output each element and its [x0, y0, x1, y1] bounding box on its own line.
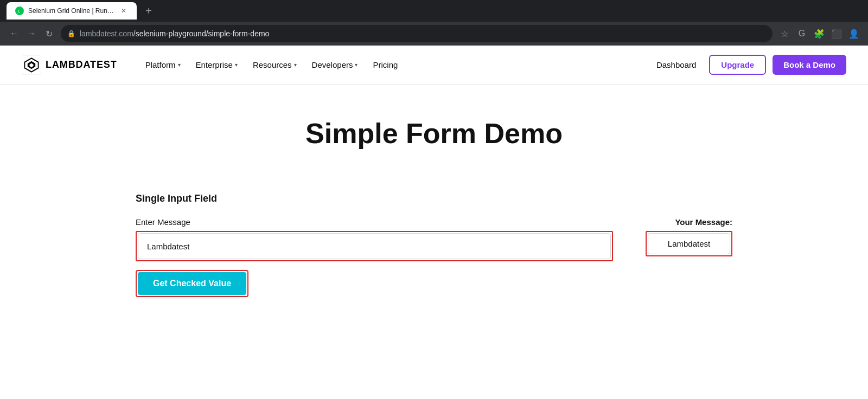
- address-bar-row: ← → ↻ 🔒 lambdatest.com/selenium-playgrou…: [0, 22, 868, 46]
- nav-links: Platform ▾ Enterprise ▾ Resources ▾ Deve…: [139, 56, 650, 74]
- dashboard-link[interactable]: Dashboard: [650, 56, 703, 74]
- bookmark-button[interactable]: ☆: [777, 26, 792, 41]
- get-value-btn-wrapper: Get Checked Value: [136, 270, 248, 297]
- page-title: Simple Form Demo: [22, 117, 846, 150]
- main-content: Simple Form Demo Single Input Field Ente…: [0, 85, 868, 330]
- svg-text:L: L: [18, 9, 21, 14]
- input-label: Enter Message: [136, 217, 613, 227]
- input-wrapper: [136, 231, 613, 261]
- nav-item-enterprise[interactable]: Enterprise ▾: [189, 56, 244, 74]
- nav-item-platform[interactable]: Platform ▾: [139, 56, 187, 74]
- nav-item-developers[interactable]: Developers ▾: [305, 56, 365, 74]
- nav-resources-label: Resources: [253, 60, 292, 69]
- reload-button[interactable]: ↻: [41, 26, 56, 41]
- nav-pricing-label: Pricing: [373, 60, 398, 69]
- message-display: Your Message: Lambdatest: [646, 217, 732, 256]
- browser-nav-buttons: ← → ↻: [7, 26, 56, 41]
- platform-chevron-icon: ▾: [178, 62, 181, 68]
- browser-tab[interactable]: L Selenium Grid Online | Run S... ✕: [7, 2, 137, 20]
- url-base: lambdatest.com: [80, 29, 133, 38]
- logo-text: LAMBDATEST: [46, 59, 117, 70]
- get-checked-value-button[interactable]: Get Checked Value: [138, 272, 246, 295]
- url-display: lambdatest.com/selenium-playground/simpl…: [80, 29, 766, 38]
- enterprise-chevron-icon: ▾: [235, 62, 238, 68]
- browser-chrome: L Selenium Grid Online | Run S... ✕ +: [0, 0, 868, 22]
- browser-actions: ☆ G 🧩 ⬛ 👤: [777, 26, 861, 41]
- website-content: LAMBDATEST Platform ▾ Enterprise ▾ Resou…: [0, 46, 868, 330]
- extensions-button[interactable]: 🧩: [812, 26, 827, 41]
- lock-icon: 🔒: [67, 30, 75, 37]
- logo[interactable]: LAMBDATEST: [22, 55, 117, 75]
- url-path: /selenium-playground/simple-form-demo: [133, 29, 270, 38]
- address-bar[interactable]: 🔒 lambdatest.com/selenium-playground/sim…: [61, 25, 773, 42]
- message-value: Lambdatest: [648, 233, 730, 254]
- grammarly-extension-button[interactable]: G: [794, 26, 809, 41]
- input-group: Enter Message Get Checked Value: [136, 217, 613, 297]
- nav-platform-label: Platform: [145, 60, 176, 69]
- section-label: Single Input Field: [136, 193, 732, 204]
- message-display-label: Your Message:: [646, 217, 732, 227]
- tab-title: Selenium Grid Online | Run S...: [28, 7, 115, 15]
- nav-right: Dashboard Upgrade Book a Demo: [650, 55, 846, 75]
- tab-favicon: L: [15, 7, 24, 15]
- message-value-wrapper: Lambdatest: [646, 231, 732, 256]
- navbar: LAMBDATEST Platform ▾ Enterprise ▾ Resou…: [0, 46, 868, 85]
- form-row: Enter Message Get Checked Value Your Mes…: [136, 217, 732, 297]
- tab-close-button[interactable]: ✕: [119, 7, 128, 15]
- back-button[interactable]: ←: [7, 26, 22, 41]
- form-section: Single Input Field Enter Message Get Che…: [136, 193, 732, 297]
- nav-item-resources[interactable]: Resources ▾: [246, 56, 303, 74]
- book-demo-button[interactable]: Book a Demo: [773, 55, 846, 75]
- logo-icon: [22, 55, 41, 75]
- split-screen-button[interactable]: ⬛: [829, 26, 844, 41]
- forward-button[interactable]: →: [24, 26, 39, 41]
- nav-item-pricing[interactable]: Pricing: [366, 56, 404, 74]
- nav-developers-label: Developers: [312, 60, 353, 69]
- message-input[interactable]: [138, 233, 611, 259]
- developers-chevron-icon: ▾: [355, 62, 358, 68]
- new-tab-button[interactable]: +: [141, 3, 156, 18]
- profile-button[interactable]: 👤: [846, 26, 861, 41]
- nav-enterprise-label: Enterprise: [196, 60, 233, 69]
- upgrade-button[interactable]: Upgrade: [709, 55, 766, 75]
- resources-chevron-icon: ▾: [294, 62, 297, 68]
